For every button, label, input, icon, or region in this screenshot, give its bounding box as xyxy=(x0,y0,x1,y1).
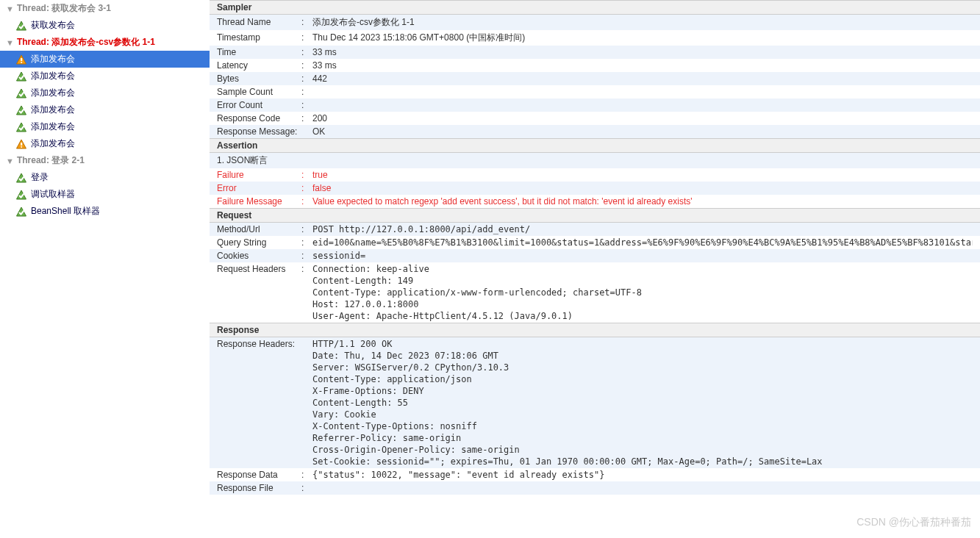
detail-label: Sample Count xyxy=(217,87,301,97)
multi-line: Host: 127.0.0.1:8000 xyxy=(312,299,973,309)
multi-line: Set-Cookie: sessionid=""; expires=Thu, 0… xyxy=(312,456,973,467)
colon: : xyxy=(301,60,312,71)
detail-value: HTTP/1.1 200 OKDate: Thu, 14 Dec 2023 07… xyxy=(312,339,973,467)
detail-label: Failure Message xyxy=(217,196,301,207)
detail-row: Request Headers:Connection: keep-aliveCo… xyxy=(210,262,980,323)
tree-item[interactable]: 添加发布会 xyxy=(0,101,210,118)
detail-label: Cookies xyxy=(217,251,301,261)
fail-icon xyxy=(16,54,26,65)
multi-line: Vary: Cookie xyxy=(312,409,973,420)
detail-row: Response File: xyxy=(210,481,980,495)
colon: : xyxy=(301,224,312,234)
tree-item[interactable]: 登录 xyxy=(0,169,210,186)
detail-label: Error Count xyxy=(217,100,301,110)
detail-value: false xyxy=(312,183,973,193)
detail-label: Method/Url xyxy=(217,224,301,234)
tree-panel: ▼Thread: 获取发布会 3-1获取发布会▼Thread: 添加发布会-cs… xyxy=(0,0,210,538)
detail-value: 添加发布会-csv参数化 1-1 xyxy=(312,16,973,29)
detail-row: Response Code:200 xyxy=(210,112,980,125)
detail-row: Failure Message:Value expected to match … xyxy=(210,195,980,208)
assertion-name: 1. JSON断言 xyxy=(217,154,973,167)
pass-icon xyxy=(16,88,26,98)
detail-label: Time xyxy=(217,47,301,57)
tree-item[interactable]: 添加发布会 xyxy=(0,135,210,152)
pass-icon xyxy=(16,105,26,115)
tree-item[interactable]: 添加发布会 xyxy=(0,68,210,85)
tree-item-label: 调试取样器 xyxy=(31,188,75,201)
tree-item[interactable]: BeanShell 取样器 xyxy=(0,203,210,220)
thread-header[interactable]: ▼Thread: 添加发布会-csv参数化 1-1 xyxy=(0,34,210,51)
multi-line: Connection: keep-alive xyxy=(312,264,973,274)
colon: : xyxy=(301,17,312,27)
multi-line: Content-Length: 55 xyxy=(312,398,973,408)
detail-label: Thread Name xyxy=(217,17,301,27)
detail-label: Response Data xyxy=(217,470,301,480)
svg-point-3 xyxy=(21,62,22,63)
tree-item-label: 添加发布会 xyxy=(31,87,75,99)
colon: : xyxy=(301,237,312,248)
tree-item-label: 添加发布会 xyxy=(31,121,75,133)
svg-point-10 xyxy=(21,146,22,148)
detail-row: Error Count: xyxy=(210,98,980,112)
toggle-icon: ▼ xyxy=(6,4,14,13)
detail-row: Query String:eid=100&name=%E5%B0%8F%E7%B… xyxy=(210,236,980,249)
tree-item[interactable]: 添加发布会 xyxy=(0,118,210,135)
colon: : xyxy=(301,100,312,110)
colon: : xyxy=(301,87,312,97)
colon: : xyxy=(301,483,312,493)
tree-item-label: 添加发布会 xyxy=(31,70,75,82)
colon: : xyxy=(301,251,312,261)
multi-line: Referrer-Policy: same-origin xyxy=(312,433,973,443)
section-header-request: Request xyxy=(210,208,980,223)
detail-row: Bytes:442 xyxy=(210,72,980,85)
tree-item-label: 获取发布会 xyxy=(31,19,75,32)
detail-value: Connection: keep-aliveContent-Length: 14… xyxy=(312,264,973,321)
detail-value: 33 ms xyxy=(312,60,973,71)
detail-value: 33 ms xyxy=(312,47,973,57)
detail-row: Error:false xyxy=(210,182,980,195)
tree-item[interactable]: 获取发布会 xyxy=(0,17,210,34)
detail-row: Cookies:sessionid= xyxy=(210,249,980,262)
toggle-icon: ▼ xyxy=(6,157,14,165)
colon: : xyxy=(301,32,312,43)
tree-item[interactable]: 添加发布会 xyxy=(0,51,210,68)
multi-line: User-Agent: Apache-HttpClient/4.5.12 (Ja… xyxy=(312,311,973,321)
multi-line: Content-Type: application/x-www-form-url… xyxy=(312,287,973,298)
detail-row: Failure:true xyxy=(210,168,980,182)
tree-item[interactable]: 调试取样器 xyxy=(0,186,210,203)
pass-icon xyxy=(16,173,26,183)
multi-line: Content-Length: 149 xyxy=(312,276,973,286)
detail-row: Method/Url:POST http://127.0.0.1:8000/ap… xyxy=(210,223,980,236)
detail-value: sessionid= xyxy=(312,251,973,261)
colon: : xyxy=(301,113,312,123)
detail-label: Request Headers xyxy=(217,264,301,274)
detail-label: Query String xyxy=(217,237,301,248)
section-header-sampler: Sampler xyxy=(210,0,980,15)
detail-value: Value expected to match regexp 'add even… xyxy=(312,196,973,207)
detail-row: Time:33 ms xyxy=(210,46,980,59)
details-panel: SamplerThread Name:添加发布会-csv参数化 1-1Times… xyxy=(210,0,980,538)
multi-line: X-Content-Type-Options: nosniff xyxy=(312,421,973,431)
section-header-response: Response xyxy=(210,323,980,337)
colon: : xyxy=(301,196,312,207)
pass-icon xyxy=(16,207,26,217)
thread-header[interactable]: ▼Thread: 登录 2-1 xyxy=(0,152,210,169)
thread-label: Thread: 登录 2-1 xyxy=(17,154,85,167)
detail-row: Thread Name:添加发布会-csv参数化 1-1 xyxy=(210,15,980,30)
multi-line: Cross-Origin-Opener-Policy: same-origin xyxy=(312,445,973,455)
detail-label: Bytes xyxy=(217,73,301,84)
detail-label: Failure xyxy=(217,170,301,180)
multi-line: X-Frame-Options: DENY xyxy=(312,386,973,396)
detail-label: Response File xyxy=(217,483,301,493)
pass-icon xyxy=(16,122,26,132)
detail-value: 200 xyxy=(312,113,973,123)
detail-label: Response Code xyxy=(217,113,301,123)
colon: : xyxy=(301,73,312,84)
detail-row: Response Data:{"status": 10022, "message… xyxy=(210,468,980,481)
pass-icon xyxy=(16,21,26,31)
detail-row: Response Headers:HTTP/1.1 200 OKDate: Th… xyxy=(210,337,980,468)
thread-header[interactable]: ▼Thread: 获取发布会 3-1 xyxy=(0,0,210,17)
tree-item[interactable]: 添加发布会 xyxy=(0,85,210,101)
toggle-icon: ▼ xyxy=(6,38,14,47)
tree-item-label: 添加发布会 xyxy=(31,104,75,116)
